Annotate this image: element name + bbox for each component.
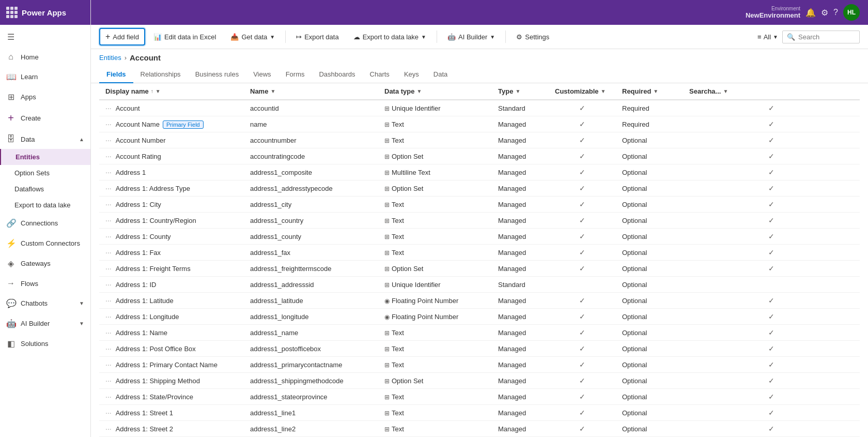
dots-menu[interactable]: ··· [105,280,112,289]
tab-data[interactable]: Data [426,66,455,83]
sidebar-item-chatbots[interactable]: 💬 Chatbots ▼ [0,293,90,313]
cell-display-name: ···Account NamePrimary Field [99,116,244,132]
dots-menu[interactable]: ··· [105,232,112,240]
sidebar-item-learn[interactable]: 📖 Learn [0,67,90,87]
table-row: ···Address 1: Latitudeaddress1_latitude◉… [99,293,860,309]
export-data-button[interactable]: ↦ Export data [290,29,345,45]
dots-menu[interactable]: ··· [105,168,112,176]
table-row: ···Address 1: Shipping Methodaddress1_sh… [99,373,860,389]
search-box[interactable]: 🔍 [782,31,860,43]
cell-display-name: ···Address 1: Street 2 [99,421,244,437]
export-lake-button[interactable]: ☁ Export to data lake ▼ [347,29,432,45]
sidebar-item-entities[interactable]: Entities [0,149,90,165]
sidebar-item-ai-builder[interactable]: 🤖 AI Builder ▼ [0,313,90,334]
dots-menu[interactable]: ··· [105,296,112,305]
sidebar-item-dataflows[interactable]: Dataflows [0,181,90,197]
dots-menu[interactable]: ··· [105,152,112,160]
sidebar-item-connections[interactable]: 🔗 Connections [0,213,90,233]
search-input[interactable] [798,33,855,41]
dots-menu[interactable]: ··· [105,344,112,353]
col-searchable[interactable]: Searcha... ▼ [683,83,860,100]
dots-menu[interactable]: ··· [105,409,112,417]
dots-menu[interactable]: ··· [105,200,112,208]
tab-business-rules[interactable]: Business rules [188,66,246,83]
data-type-icon: ⊞ [384,265,390,273]
sidebar-item-custom-connectors[interactable]: ⚡ Custom Connectors [0,233,90,253]
avatar[interactable]: HL [843,4,860,21]
sidebar-item-gateways[interactable]: ◈ Gateways [0,253,90,274]
searchable-check: ✓ [768,393,774,401]
breadcrumb-parent[interactable]: Entities [99,54,121,62]
col-data-type[interactable]: Data type ▼ [378,83,492,100]
data-chevron: ▲ [79,137,84,142]
tab-views[interactable]: Views [246,66,278,83]
col-required[interactable]: Required ▼ [616,83,683,100]
add-field-button[interactable]: + Add field [99,28,145,46]
dots-menu[interactable]: ··· [105,248,112,257]
dots-menu[interactable]: ··· [105,360,112,369]
sidebar-item-flows[interactable]: → Flows [0,274,90,293]
dots-menu[interactable]: ··· [105,425,112,433]
tab-charts[interactable]: Charts [363,66,397,83]
dots-menu[interactable]: ··· [105,216,112,224]
edit-excel-button[interactable]: 📊 Edit data in Excel [147,29,222,45]
dots-menu[interactable]: ··· [105,136,112,144]
dots-menu[interactable]: ··· [105,312,112,321]
tab-keys[interactable]: Keys [397,66,426,83]
cell-name: address1_fax [244,245,378,261]
sidebar-item-home[interactable]: ⌂ Home [0,47,90,67]
tab-dashboards[interactable]: Dashboards [312,66,362,83]
settings-icon[interactable]: ⚙ [821,8,828,18]
cell-customizable: ✓ [549,100,616,116]
col-type[interactable]: Type ▼ [492,83,549,100]
bell-icon[interactable]: 🔔 [805,8,816,18]
waffle-icon[interactable] [6,7,18,18]
col-name[interactable]: Name ▼ [244,83,378,100]
dots-menu[interactable]: ··· [105,264,112,273]
settings-button[interactable]: ⚙ Settings [510,29,555,45]
dots-menu[interactable]: ··· [105,184,112,192]
sidebar-item-solutions[interactable]: ◧ Solutions [0,334,90,354]
help-icon[interactable]: ? [833,8,838,17]
cell-display-name: ···Address 1: Name [99,325,244,341]
chatbots-chevron: ▼ [79,300,84,306]
cell-customizable [549,277,616,293]
dots-menu[interactable]: ··· [105,376,112,385]
tab-fields[interactable]: Fields [99,66,133,83]
cell-data-type: ◉Floating Point Number [378,309,492,325]
col-customizable[interactable]: Customizable ▼ [549,83,616,100]
tab-forms[interactable]: Forms [278,66,312,83]
solutions-icon: ◧ [6,339,16,349]
dots-menu[interactable]: ··· [105,328,112,337]
get-data-button[interactable]: 📥 Get data ▼ [224,29,281,45]
display-name-text: Address 1: Name [116,329,167,337]
sidebar-item-create[interactable]: + Create [0,107,90,129]
cell-name: address1_county [244,229,378,245]
ai-builder-button[interactable]: 🤖 AI Builder ▼ [441,29,501,45]
sidebar-item-option-sets[interactable]: Option Sets [0,165,90,181]
cell-searchable: ✓ [683,293,860,309]
filter-all[interactable]: ≡ All ▼ [757,33,778,41]
data-type-icon: ⊞ [384,378,390,385]
cell-name: accountratingcode [244,148,378,164]
cell-name: address1_composite [244,164,378,180]
dots-menu[interactable]: ··· [105,120,112,128]
data-type-icon: ⊞ [384,394,390,401]
dots-menu[interactable]: ··· [105,104,112,112]
cell-display-name: ···Address 1: Latitude [99,293,244,309]
dots-menu[interactable]: ··· [105,393,112,401]
cell-customizable: ✓ [549,405,616,421]
col-display-name[interactable]: Display name ↑ ▼ [99,83,244,100]
cell-customizable: ✓ [549,357,616,373]
customizable-check: ✓ [579,168,585,176]
customizable-check: ✓ [579,296,585,305]
cell-customizable: ✓ [549,325,616,341]
cell-name: address1_postofficebox [244,341,378,357]
cell-searchable: ✓ [683,341,860,357]
sidebar-item-export-data-lake[interactable]: Export to data lake [0,197,90,213]
sidebar-item-data[interactable]: 🗄 Data ▲ [0,129,90,149]
cell-name: address1_latitude [244,293,378,309]
sidebar-item-menu[interactable]: ☰ [0,27,90,47]
tab-relationships[interactable]: Relationships [133,66,188,83]
sidebar-item-apps[interactable]: ⊞ Apps [0,87,90,107]
